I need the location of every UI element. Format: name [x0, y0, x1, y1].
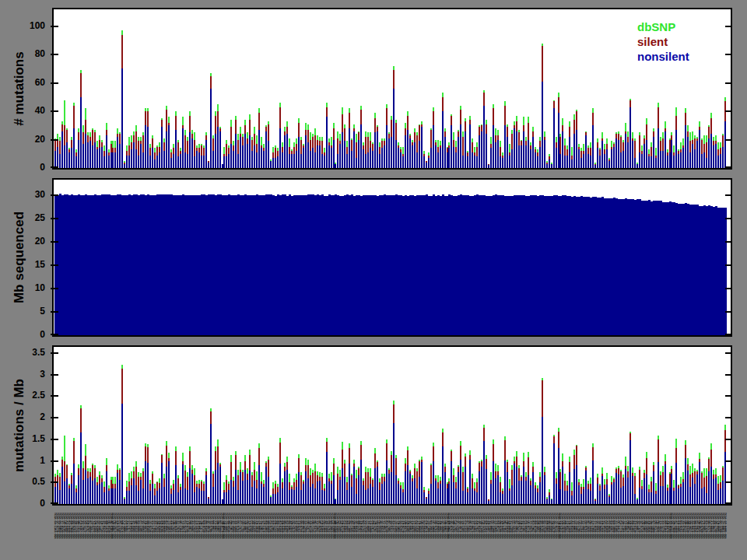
bar-segment: [119, 480, 121, 504]
bar-sample: [444, 464, 446, 504]
bar-sample: [502, 152, 503, 168]
bar-segment: [300, 490, 302, 504]
bar-segment: [149, 148, 151, 156]
bar-segment: [542, 82, 543, 168]
bar-segment: [675, 448, 677, 463]
bar-sample: [358, 131, 359, 168]
bar-segment: [653, 465, 654, 471]
bar-sample: [201, 144, 202, 168]
bar-segment: [409, 474, 411, 504]
bar-segment: [564, 145, 566, 156]
bar-sample: [511, 465, 513, 504]
bar-segment: [272, 152, 274, 158]
bar-segment: [576, 111, 577, 130]
bar-segment: [653, 471, 654, 504]
bar-segment: [173, 490, 174, 504]
bar-sample: [437, 140, 439, 168]
bar-segment: [286, 134, 288, 168]
bar-sample: [161, 454, 163, 504]
bar-segment: [486, 469, 487, 504]
bar-segment: [685, 445, 686, 458]
bar-segment: [692, 131, 693, 140]
bar-segment: [708, 471, 710, 504]
bar-segment: [460, 124, 461, 168]
bar-sample: [152, 471, 153, 504]
bar-sample: [646, 452, 647, 504]
bar-segment: [625, 457, 626, 466]
bar-segment: [689, 152, 691, 168]
bar-segment: [187, 154, 188, 168]
bar-sample: [469, 450, 471, 504]
bar-sample: [191, 465, 193, 504]
bar-segment: [653, 137, 654, 168]
bar-segment: [558, 97, 559, 113]
bar-sample: [497, 465, 499, 504]
bar-sample: [108, 149, 110, 168]
bar-segment: [256, 152, 258, 168]
bar-sample: [142, 468, 144, 504]
bar-segment: [210, 411, 212, 424]
bar-sample: [653, 462, 654, 504]
bar-sample: [440, 477, 441, 504]
bar-segment: [675, 130, 677, 168]
bar-segment: [680, 487, 682, 504]
bar-segment: [337, 467, 338, 474]
bar-segment: [384, 145, 385, 168]
bar-sample: [339, 134, 341, 168]
y-tick: [725, 311, 731, 313]
bar-segment: [54, 151, 56, 168]
bar-segment: [402, 156, 404, 168]
bar-segment: [78, 475, 79, 504]
bar-segment: [54, 487, 56, 504]
bar-sample: [92, 464, 93, 504]
bar-sample: [514, 121, 515, 168]
bar-segment: [275, 494, 276, 504]
bar-segment: [149, 491, 151, 504]
bar-segment: [337, 490, 338, 504]
bar-sample: [339, 470, 341, 504]
bar-sample: [507, 460, 508, 504]
bar-segment: [126, 156, 128, 168]
bar-sample: [502, 488, 503, 504]
bar-segment: [124, 164, 125, 168]
bar-sample: [689, 132, 691, 168]
bar-segment: [430, 148, 432, 168]
bar-segment: [312, 473, 314, 484]
y-tick-label: 40: [0, 105, 45, 116]
bar-segment: [184, 465, 186, 471]
bar-sample: [525, 137, 527, 168]
bar-segment: [370, 468, 371, 477]
bar-segment: [194, 140, 195, 156]
bar-sample: [419, 124, 420, 168]
bar-sample: [469, 116, 471, 168]
bar-segment: [601, 476, 603, 504]
bar-sample: [201, 480, 202, 504]
bar-sample: [296, 474, 297, 504]
bar-segment: [282, 152, 283, 168]
bar-segment: [293, 147, 295, 154]
bar-segment: [59, 490, 61, 504]
bar-sample: [409, 134, 411, 168]
bar-segment: [244, 125, 246, 134]
bar-segment: [381, 141, 383, 148]
bar-segment: [493, 108, 494, 125]
bar-segment: [699, 462, 700, 504]
sample-label-band: TCGA-SA-1163-01ATCGA-GT-6778-01ATCGA-DS-…: [53, 513, 731, 560]
bar-sample: [611, 141, 612, 168]
bar-sample: [254, 462, 255, 504]
bar-segment: [479, 127, 480, 135]
bar-segment: [630, 440, 631, 504]
bar-segment: [258, 113, 260, 130]
bar-segment: [416, 488, 418, 504]
bar-segment: [203, 148, 205, 156]
bar-sample: [114, 477, 116, 504]
bar-sample: [228, 145, 230, 168]
bar-segment: [249, 114, 251, 120]
bar-sample: [324, 484, 325, 504]
bar-segment: [201, 145, 202, 156]
bar-segment: [240, 462, 241, 470]
bar-sample: [597, 474, 598, 504]
bar-segment: [73, 464, 75, 504]
bar-segment: [665, 131, 666, 168]
bar-segment: [601, 132, 603, 138]
